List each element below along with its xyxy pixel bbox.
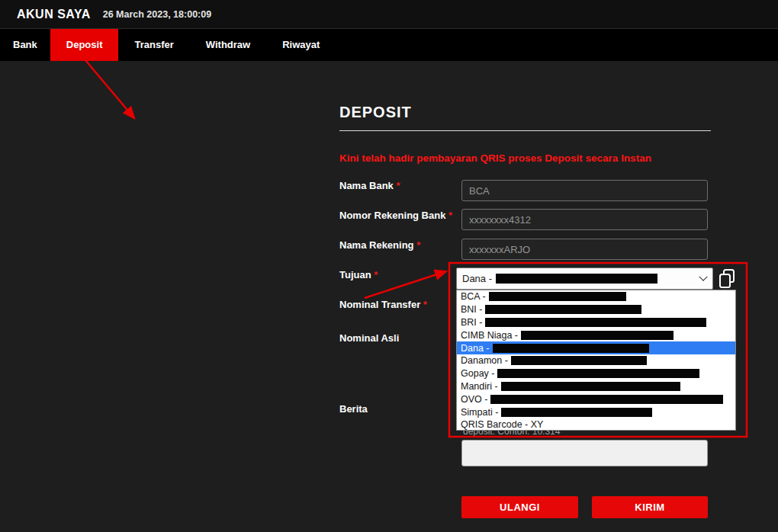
nama-bank-label: Nama Bank *	[339, 180, 400, 191]
dropdown-option-label: OVO -	[461, 394, 487, 405]
chevron-down-icon	[699, 272, 707, 280]
nominal-transfer-label: Nominal Transfer *	[339, 299, 427, 310]
tab-deposit[interactable]: Deposit	[50, 29, 119, 61]
title-underline	[339, 130, 711, 131]
tujuan-selected-label: Dana -	[462, 273, 492, 284]
dropdown-option[interactable]: QRIS Barcode - XY	[457, 418, 735, 431]
redaction-bar	[493, 344, 649, 353]
dropdown-option[interactable]: Simpati -	[457, 405, 735, 418]
nomor-rekening-input[interactable]	[461, 209, 708, 230]
nomor-rekening-label: Nomor Rekening Bank *	[339, 210, 452, 221]
tujuan-select[interactable]: Dana -	[456, 268, 713, 290]
dropdown-option[interactable]: OVO -	[457, 393, 735, 405]
dropdown-option-label: BCA -	[461, 291, 486, 302]
redaction-bar	[497, 369, 699, 378]
copy-icon[interactable]	[718, 268, 736, 290]
datetime-text: 26 March 2023, 18:00:09	[103, 9, 211, 20]
dropdown-option-label: Mandiri -	[461, 381, 498, 392]
redaction-bar	[496, 274, 657, 284]
tab-bank[interactable]: Bank	[0, 29, 50, 61]
qris-notice: Kini telah hadir pembayaran QRIS proses …	[339, 152, 721, 164]
dropdown-option-label: CIMB Niaga -	[461, 330, 518, 341]
redaction-bar	[490, 395, 723, 404]
dropdown-option[interactable]: Dana -	[457, 341, 735, 354]
nav-tabs: BankDepositTransferWithdrawRiwayat	[0, 29, 778, 61]
dropdown-option-label: BNI -	[461, 304, 482, 315]
kirim-button[interactable]: KIRIM	[592, 496, 708, 518]
nominal-asli-label: Nominal Asli	[339, 332, 399, 344]
nama-rekening-input[interactable]	[461, 239, 708, 260]
redaction-bar	[511, 356, 647, 365]
dropdown-option-label: QRIS Barcode - XY	[461, 419, 543, 430]
redaction-bar	[521, 331, 674, 340]
account-title: AKUN SAYA	[17, 8, 91, 21]
dropdown-option-label: BRI -	[461, 317, 482, 328]
page-title: DEPOSIT	[339, 104, 412, 121]
nama-rekening-label: Nama Rekening *	[339, 239, 420, 251]
berita-textarea[interactable]	[461, 440, 708, 466]
berita-label: Berita	[339, 403, 368, 415]
ulangi-button[interactable]: ULANGI	[461, 496, 578, 518]
nama-bank-input[interactable]	[461, 180, 708, 201]
redaction-bar	[501, 408, 652, 417]
dropdown-option[interactable]: Danamon -	[457, 354, 735, 367]
tab-transfer[interactable]: Transfer	[118, 29, 189, 61]
dropdown-option[interactable]: BRI -	[457, 316, 735, 329]
dropdown-option-label: Danamon -	[461, 355, 508, 366]
redaction-bar	[501, 382, 680, 391]
dropdown-option[interactable]: BNI -	[457, 303, 735, 316]
redaction-bar	[485, 318, 706, 327]
dropdown-option-label: Gopay -	[461, 368, 494, 379]
tab-withdraw[interactable]: Withdraw	[190, 29, 266, 61]
tujuan-label: Tujuan *	[339, 269, 378, 280]
tab-riwayat[interactable]: Riwayat	[266, 29, 336, 61]
redaction-bar	[485, 305, 641, 314]
dropdown-option[interactable]: BCA -	[457, 290, 735, 303]
dropdown-option[interactable]: Mandiri -	[457, 380, 735, 393]
dropdown-option-label: Simpati -	[461, 407, 498, 418]
tujuan-dropdown-list: BCA -BNI -BRI -CIMB Niaga -Dana -Danamon…	[456, 290, 736, 431]
dropdown-option[interactable]: CIMB Niaga -	[457, 328, 735, 341]
dropdown-option[interactable]: Gopay -	[457, 367, 735, 380]
redaction-bar	[489, 292, 626, 301]
dropdown-option-label: Dana -	[461, 343, 490, 354]
deposit-page: AKUN SAYA 26 March 2023, 18:00:09 BankDe…	[0, 0, 778, 532]
annotation-arrow-deposit	[82, 56, 134, 118]
top-bar: AKUN SAYA 26 March 2023, 18:00:09	[0, 0, 778, 29]
